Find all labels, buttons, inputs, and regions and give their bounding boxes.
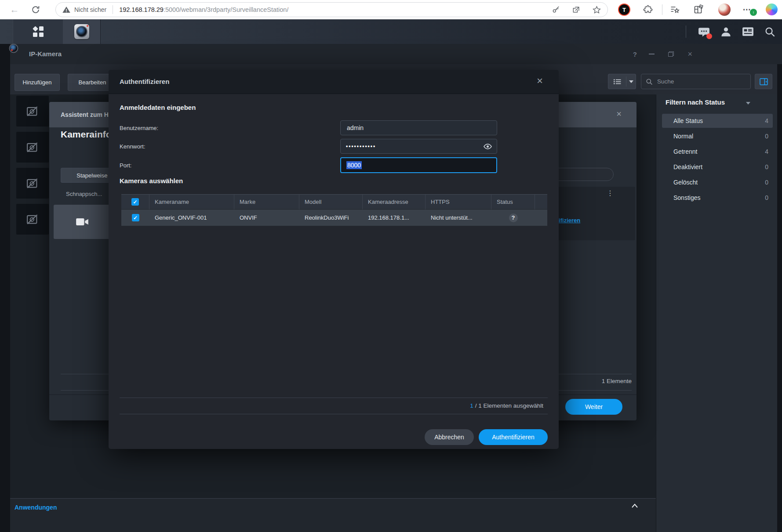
topbar-separator: [686, 25, 686, 38]
applications-label[interactable]: Anwendungen: [15, 504, 57, 511]
list-view-icon[interactable]: [608, 78, 626, 85]
side-panel-icon: [760, 78, 768, 85]
app-launcher-icon: [33, 26, 44, 37]
camera-search-box[interactable]: [641, 74, 751, 89]
collections-icon[interactable]: [693, 4, 704, 15]
select-all-checkbox[interactable]: ✓: [131, 198, 139, 206]
search-icon[interactable]: [764, 26, 776, 38]
screen: ← Nicht sicher 192.168.178.29:5000/webma…: [0, 0, 782, 532]
dialog-close-icon[interactable]: ×: [537, 76, 543, 85]
notifications-chat-icon[interactable]: [698, 25, 710, 38]
collapse-chevron-icon[interactable]: [631, 503, 638, 508]
column-header-kameraadresse[interactable]: Kameraadresse: [363, 195, 426, 210]
username-label: Benutzername:: [120, 125, 158, 131]
column-header-status[interactable]: Status: [491, 195, 535, 210]
cameras-section-title: Kameras auswählen: [120, 177, 183, 185]
filter-item-getrennt[interactable]: Getrennt 4: [662, 145, 773, 159]
camera-select-table: ✓ Kameraname Marke Modell Kameraadresse …: [121, 195, 547, 226]
authenticate-dialog: Authentifizieren × Anmeldedaten eingeben…: [109, 70, 559, 449]
filter-panel-collapse-caret[interactable]: [746, 102, 750, 105]
surveillance-station-app-icon: [74, 24, 89, 39]
cell-kameraname: Generic_ONVIF-001: [149, 210, 234, 226]
camera-snapshot-placeholder[interactable]: [54, 205, 111, 239]
add-camera-button[interactable]: Hinzufügen: [15, 74, 60, 91]
row-checkbox[interactable]: ✓: [132, 214, 139, 221]
dialog-title-bar[interactable]: Authentifizieren ×: [109, 70, 559, 94]
status-question-icon[interactable]: ?: [509, 214, 518, 222]
window-restore-button[interactable]: [668, 44, 674, 64]
address-bar[interactable]: Nicht sicher 192.168.178.29:5000/webman/…: [55, 2, 608, 17]
user-account-icon[interactable]: [720, 26, 732, 38]
window-minimize-button[interactable]: [649, 44, 655, 64]
filter-item-deaktiviert[interactable]: Deaktiviert 0: [662, 160, 773, 174]
search-input[interactable]: [656, 78, 733, 85]
camera-tile-disconnected[interactable]: [16, 96, 49, 127]
select-all-cell: ✓: [121, 195, 149, 210]
cell-spacer: [535, 210, 547, 226]
camera-tile-disconnected[interactable]: [16, 168, 49, 199]
toggle-side-panel-button[interactable]: [755, 74, 772, 89]
filter-count: 4: [765, 148, 768, 155]
browser-refresh-button[interactable]: [30, 4, 41, 15]
camera-off-icon: [25, 141, 40, 154]
wizard-next-button[interactable]: Weiter: [565, 399, 622, 415]
url-text: 192.168.178.29:5000/webman/3rdparty/Surv…: [119, 6, 288, 13]
security-label[interactable]: Nicht sicher: [74, 6, 106, 13]
window-title-bar[interactable]: IP-Kamera ? ×: [10, 44, 782, 64]
filter-label: Deaktiviert: [673, 163, 702, 170]
dialog-title: Authentifizieren: [120, 78, 169, 85]
copilot-icon[interactable]: [766, 4, 778, 15]
not-secure-icon: [62, 5, 71, 14]
camera-off-icon: [25, 177, 40, 190]
main-menu-button[interactable]: [13, 19, 63, 44]
column-header-kameraname[interactable]: Kameraname: [149, 195, 234, 210]
port-field[interactable]: 8000: [340, 157, 497, 173]
surveillance-station-task-tab[interactable]: [63, 19, 101, 44]
show-password-eye-icon[interactable]: [483, 142, 492, 151]
widgets-icon[interactable]: [742, 25, 754, 38]
filter-label: Alle Status: [673, 117, 703, 124]
window-close-button[interactable]: ×: [687, 44, 692, 64]
filter-item-geloescht[interactable]: Gelöscht 0: [662, 175, 773, 189]
camera-table-row[interactable]: ✓ Generic_ONVIF-001 ONVIF ReolinkDuo3WiF…: [121, 210, 547, 226]
password-field[interactable]: •••••••••••: [340, 139, 497, 154]
column-header-modell[interactable]: Modell: [299, 195, 363, 210]
filter-count: 0: [765, 194, 768, 201]
column-header-https[interactable]: HTTPS: [426, 195, 491, 210]
browser-back-button[interactable]: ←: [8, 3, 21, 16]
window-title: IP-Kamera: [29, 50, 62, 58]
favorites-list-icon[interactable]: [669, 4, 680, 15]
favorite-star-icon[interactable]: [592, 5, 601, 14]
port-label: Port:: [120, 162, 131, 169]
camera-tile-disconnected[interactable]: [16, 204, 49, 235]
view-mode-dropdown-arrow[interactable]: [626, 80, 636, 83]
open-in-new-icon[interactable]: [572, 5, 581, 14]
view-mode-split-button[interactable]: [608, 74, 636, 89]
tab-profile-badge[interactable]: T: [618, 4, 630, 16]
password-key-icon[interactable]: [552, 5, 560, 14]
table-header-row: ✓ Kameraname Marke Modell Kameraadresse …: [121, 195, 547, 210]
filter-item-alle-status[interactable]: Alle Status 4: [662, 114, 773, 128]
row-select-cell: ✓: [121, 210, 149, 226]
username-field[interactable]: [340, 120, 497, 135]
window-help-button[interactable]: ?: [633, 44, 637, 64]
wizard-close-icon[interactable]: ×: [616, 109, 622, 118]
cell-https: Nicht unterstüt...: [426, 210, 491, 226]
filter-count: 0: [765, 163, 768, 170]
port-value-selected: 8000: [346, 161, 362, 169]
extensions-puzzle-icon[interactable]: [643, 4, 653, 15]
filter-item-normal[interactable]: Normal 0: [662, 129, 773, 143]
browser-profile-avatar[interactable]: [718, 4, 731, 16]
authenticate-button[interactable]: Authentifizieren: [479, 429, 548, 445]
wizard-title: Assistent zum Hin: [61, 111, 114, 118]
username-input[interactable]: [346, 124, 491, 132]
selection-status: 1 / 1 Elementen ausgewählt: [352, 402, 543, 409]
column-header-marke[interactable]: Marke: [234, 195, 299, 210]
filter-item-sonstiges[interactable]: Sonstiges 0: [662, 191, 773, 205]
applications-bar[interactable]: Anwendungen: [10, 498, 656, 532]
selection-current: 1: [470, 402, 473, 409]
filter-label: Normal: [673, 133, 693, 140]
column-options-kebab-icon[interactable]: ⋮: [607, 189, 614, 197]
camera-tile-disconnected[interactable]: [16, 132, 49, 163]
cancel-button[interactable]: Abbrechen: [425, 429, 474, 445]
